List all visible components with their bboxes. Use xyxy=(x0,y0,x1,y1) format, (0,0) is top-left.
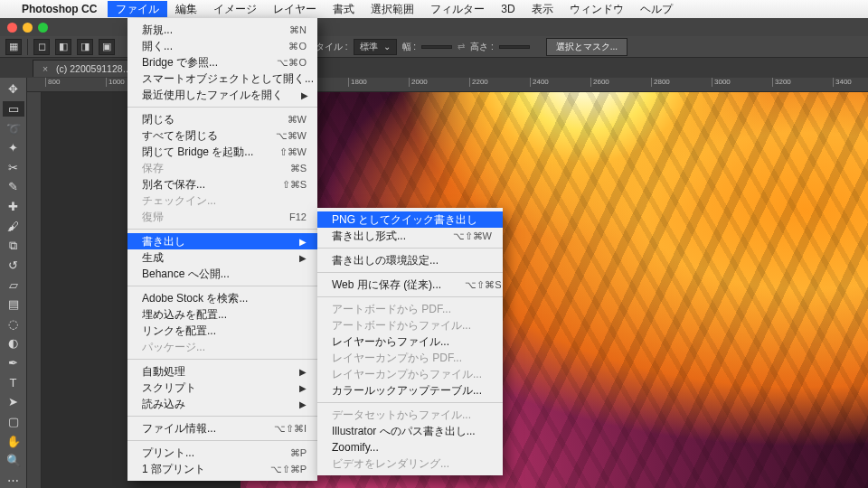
path-select-tool-icon[interactable]: ➤ xyxy=(3,394,24,410)
menu-item-イメージ[interactable]: イメージ xyxy=(205,1,265,17)
close-tab-icon[interactable]: × xyxy=(42,63,48,74)
export-menu-item: ビデオをレンダリング... xyxy=(317,455,503,472)
selection-mode-add-icon[interactable]: ◧ xyxy=(55,39,71,55)
blur-tool-icon[interactable]: ◌ xyxy=(3,316,24,333)
stamp-tool-icon[interactable]: ⧉ xyxy=(3,238,24,254)
ruler-tick: 2600 xyxy=(590,78,609,87)
tool-preset-icon[interactable]: ▦ xyxy=(5,39,22,55)
export-menu-item[interactable]: 書き出し形式...⌥⇧⌘W xyxy=(317,228,503,244)
app-name: Photoshop CC xyxy=(22,3,97,15)
submenu-arrow-icon: ▶ xyxy=(299,383,307,393)
file-menu-item[interactable]: Behance へ公開... xyxy=(127,266,317,282)
export-menu-item: レイヤーカンプから PDF... xyxy=(317,350,503,366)
file-menu-item: チェックイン... xyxy=(127,192,317,209)
brush-tool-icon[interactable]: 🖌 xyxy=(3,218,24,234)
export-menu-item[interactable]: カラールックアップテーブル... xyxy=(317,382,503,399)
mac-menubar: Photoshop CC ファイル編集イメージレイヤー書式選択範囲フィルター3D… xyxy=(0,0,868,18)
export-menu-item[interactable]: Zoomify... xyxy=(317,439,503,455)
pen-tool-icon[interactable]: ✒ xyxy=(3,355,24,371)
tools-panel: ✥▭➰✦✂✎✚🖌⧉↺▱▤◌◐✒T➤▢✋🔍⋯ xyxy=(0,78,27,488)
selection-mode-sub-icon[interactable]: ◨ xyxy=(77,39,93,55)
gradient-tool-icon[interactable]: ▤ xyxy=(3,296,24,313)
export-menu-item[interactable]: 書き出しの環境設定... xyxy=(317,252,503,268)
export-menu-item: アートボードからファイル... xyxy=(317,317,503,333)
more-tool-icon[interactable]: ⋯ xyxy=(3,473,24,489)
file-menu-item[interactable]: Adobe Stock を検索... xyxy=(127,290,317,306)
rect-marquee-tool-icon[interactable]: ▭ xyxy=(3,101,24,117)
file-menu-item[interactable]: 開く...⌘O xyxy=(127,38,317,54)
width-field[interactable] xyxy=(421,45,452,49)
file-menu-item[interactable]: ファイル情報...⌥⇧⌘I xyxy=(127,420,317,436)
file-menu-item[interactable]: スクリプト▶ xyxy=(127,380,317,396)
menu-item-ウィンドウ[interactable]: ウィンドウ xyxy=(561,1,632,17)
file-menu-item[interactable]: 閉じて Bridge を起動...⇧⌘W xyxy=(127,144,317,160)
file-menu-item[interactable]: 書き出し▶ xyxy=(127,233,317,249)
selection-mode-new-icon[interactable]: ◻ xyxy=(33,39,50,55)
swap-icon[interactable]: ⇄ xyxy=(458,42,465,52)
width-label: 幅 : xyxy=(402,41,417,53)
menu-item-レイヤー[interactable]: レイヤー xyxy=(265,1,325,17)
export-menu-item[interactable]: Web 用に保存 (従来)...⌥⇧⌘S xyxy=(317,277,503,293)
menu-item-書式[interactable]: 書式 xyxy=(325,1,363,17)
file-menu-item: 保存⌘S xyxy=(127,160,317,176)
close-window-icon[interactable] xyxy=(7,23,17,33)
export-menu-item: アートボードから PDF... xyxy=(317,301,503,317)
file-menu-item[interactable]: 新規...⌘N xyxy=(127,22,317,38)
file-menu-item[interactable]: 閉じる⌘W xyxy=(127,111,317,127)
move-tool-icon[interactable]: ✥ xyxy=(3,81,24,98)
wand-tool-icon[interactable]: ✦ xyxy=(3,140,24,156)
history-brush-tool-icon[interactable]: ↺ xyxy=(3,258,24,274)
eyedropper-tool-icon[interactable]: ✎ xyxy=(3,179,24,195)
dodge-tool-icon[interactable]: ◐ xyxy=(3,335,24,352)
ruler-tick: 2000 xyxy=(409,78,428,87)
file-menu-item: パッケージ... xyxy=(127,339,317,355)
crop-tool-icon[interactable]: ✂ xyxy=(3,160,24,176)
file-menu-item[interactable]: リンクを配置... xyxy=(127,323,317,339)
document-tab[interactable]: × (c) 2200591128… xyxy=(33,60,142,77)
file-menu-item[interactable]: スマートオブジェクトとして開く... xyxy=(127,70,317,87)
export-menu-item: データセットからファイル... xyxy=(317,407,503,423)
menu-item-フィルター[interactable]: フィルター xyxy=(422,1,493,17)
export-menu-item[interactable]: Illustrator へのパス書き出し... xyxy=(317,423,503,439)
file-menu-item[interactable]: 別名で保存...⇧⌘S xyxy=(127,176,317,192)
export-menu-item: レイヤーカンプからファイル... xyxy=(317,366,503,382)
zoom-tool-icon[interactable]: 🔍 xyxy=(3,453,24,469)
ruler-tick: 3000 xyxy=(712,78,731,87)
menu-item-ファイル[interactable]: ファイル xyxy=(108,1,167,17)
hand-tool-icon[interactable]: ✋ xyxy=(3,433,24,449)
file-menu-item[interactable]: 最近使用したファイルを開く▶ xyxy=(127,87,317,103)
vertical-ruler xyxy=(27,92,42,488)
file-menu-item[interactable]: 読み込み▶ xyxy=(127,396,317,412)
export-menu-item[interactable]: PNG としてクイック書き出し xyxy=(317,211,503,228)
healing-tool-icon[interactable]: ✚ xyxy=(3,199,24,215)
menu-item-選択範囲[interactable]: 選択範囲 xyxy=(363,1,422,17)
selection-mode-intersect-icon[interactable]: ▣ xyxy=(99,39,115,55)
file-menu-dropdown: 新規...⌘N開く...⌘OBridge で参照...⌥⌘Oスマートオブジェクト… xyxy=(127,18,317,481)
type-tool-icon[interactable]: T xyxy=(3,374,24,390)
file-menu-item[interactable]: すべてを閉じる⌥⌘W xyxy=(127,127,317,144)
menu-item-ヘルプ[interactable]: ヘルプ xyxy=(632,1,681,17)
file-menu-item[interactable]: 自動処理▶ xyxy=(127,363,317,380)
file-menu-item[interactable]: 生成▶ xyxy=(127,249,317,266)
file-menu-item[interactable]: 1 部プリント⌥⇧⌘P xyxy=(127,461,317,477)
lasso-tool-icon[interactable]: ➰ xyxy=(3,120,24,136)
ruler-tick: 2200 xyxy=(469,78,488,87)
file-menu-item[interactable]: 埋め込みを配置... xyxy=(127,306,317,323)
rectangle-tool-icon[interactable]: ▢ xyxy=(3,414,24,430)
zoom-window-icon[interactable] xyxy=(38,23,48,33)
select-and-mask-button[interactable]: 選択とマスク... xyxy=(546,38,627,56)
eraser-tool-icon[interactable]: ▱ xyxy=(3,277,24,293)
menu-item-編集[interactable]: 編集 xyxy=(167,1,205,17)
height-field[interactable] xyxy=(499,45,530,49)
file-menu-item[interactable]: Bridge で参照...⌥⌘O xyxy=(127,54,317,70)
menu-item-3D[interactable]: 3D xyxy=(493,1,523,17)
style-dropdown[interactable]: 標準⌄ xyxy=(354,39,397,55)
file-menu-item[interactable]: プリント...⌘P xyxy=(127,445,317,461)
height-label: 高さ : xyxy=(470,41,494,53)
minimize-window-icon[interactable] xyxy=(23,23,33,33)
submenu-arrow-icon: ▶ xyxy=(301,90,308,100)
export-menu-item[interactable]: レイヤーからファイル... xyxy=(317,333,503,350)
menu-item-表示[interactable]: 表示 xyxy=(524,1,561,17)
file-menu-item: 復帰F12 xyxy=(127,209,317,225)
submenu-arrow-icon: ▶ xyxy=(299,253,307,263)
